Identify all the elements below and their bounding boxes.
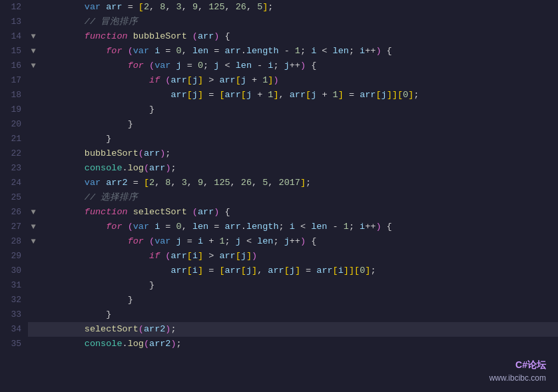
token-paren: ( [128, 222, 133, 232]
token-semi: ; [370, 266, 376, 276]
token-ident: i [192, 251, 198, 261]
token-ident: arr [225, 46, 241, 56]
token-arr-bracket: ] [392, 90, 398, 100]
token-arr-bracket: [ [144, 178, 149, 188]
code-editor: 12 var arr = [2, 8, 3, 9, 125, 26, 5];13… [0, 0, 558, 392]
line-content: } [39, 102, 558, 117]
token-plain: { [306, 61, 316, 71]
token-plain: = [344, 90, 360, 100]
token-plain: , [252, 178, 262, 188]
token-plain: = [160, 222, 176, 232]
token-ident: j [176, 61, 182, 71]
token-ident: arr [170, 90, 186, 100]
line-content: console.log(arr); [39, 161, 558, 176]
line-arrow: ▼ [28, 44, 39, 59]
token-paren: ( [149, 61, 154, 71]
token-num: 1 [219, 236, 224, 246]
token-paren: ) [170, 339, 176, 349]
token-ident: len [333, 46, 349, 56]
line-arrow [28, 249, 39, 264]
token-ident: j [246, 90, 252, 100]
token-plain: = [182, 236, 198, 246]
token-semi: ; [414, 90, 419, 100]
token-plain: } [128, 119, 133, 129]
line-number: 17 [0, 73, 28, 88]
token-ident: arr2 [106, 178, 127, 188]
line-number: 31 [0, 278, 28, 293]
token-ident: j [236, 236, 241, 246]
token-plain: < [295, 222, 311, 232]
token-paren: ) [376, 222, 381, 232]
token-num: 1 [344, 222, 349, 232]
token-arr-bracket: [ [284, 266, 290, 276]
line-content: if (arr[i] > arr[j]) [39, 249, 558, 264]
token-semi: ; [165, 148, 170, 158]
token-plain: > [203, 75, 219, 85]
code-line: 18 arr[j] = [arr[j + 1], arr[j + 1] = ar… [0, 88, 558, 102]
token-arr-bracket: [ [241, 90, 246, 100]
line-number: 20 [0, 117, 28, 132]
token-plain: , [154, 178, 165, 188]
line-number: 23 [0, 161, 28, 176]
token-plain: , [182, 46, 192, 56]
token-arr-bracket: [ [139, 2, 144, 12]
token-kw: if [149, 75, 165, 85]
token-ident: len [192, 46, 208, 56]
line-arrow [28, 293, 39, 307]
token-kw: for [106, 46, 127, 56]
token-ident: arr [106, 2, 122, 12]
token-paren: ( [144, 163, 149, 173]
line-content: } [39, 307, 558, 322]
token-arr-bracket: [ [187, 75, 192, 85]
token-plain: } [106, 134, 111, 144]
token-num: 9 [192, 2, 198, 12]
code-line: 33 } [0, 307, 558, 322]
token-arr-bracket: ] [198, 75, 203, 85]
token-kw2: var [154, 236, 176, 246]
token-ident: arr [219, 251, 235, 261]
token-paren: ( [128, 46, 133, 56]
token-plain: ; [300, 46, 311, 56]
token-plain: , [170, 178, 181, 188]
token-fn: log [128, 339, 144, 349]
token-num: 0 [198, 61, 203, 71]
line-content: for (var i = 0, len = arr.length - 1; i … [39, 44, 558, 59]
line-content: function bubbleSort (arr) { [39, 29, 558, 44]
token-arr-bracket: [ [187, 266, 192, 276]
token-plain: , [246, 2, 257, 12]
token-semi: ; [170, 324, 176, 334]
line-arrow [28, 337, 39, 351]
token-plain: = [208, 222, 224, 232]
token-ident: length [246, 46, 279, 56]
token-arr-bracket: ] [295, 266, 300, 276]
token-fn: bubbleSort [133, 31, 192, 41]
token-num: 0 [176, 46, 182, 56]
line-arrow [28, 117, 39, 132]
line-content: var arr2 = [2, 8, 3, 9, 125, 26, 5, 2017… [39, 176, 558, 190]
token-ident: i [360, 222, 365, 232]
watermark-url: www.ibcibc.com [489, 372, 546, 384]
watermark-brand: C#论坛 [489, 358, 546, 372]
token-arr-bracket: ] [300, 178, 306, 188]
token-paren: ( [144, 339, 149, 349]
token-ident: arr [170, 266, 186, 276]
code-line: 14▼ function bubbleSort (arr) { [0, 29, 558, 44]
token-kw2: var [85, 178, 106, 188]
token-num: 125 [214, 178, 230, 188]
token-plain: ++ [365, 46, 376, 56]
token-plain: = [160, 46, 176, 56]
token-arr-bracket: [ [354, 266, 360, 276]
token-comment: // 冒泡排序 [85, 17, 138, 27]
line-arrow [28, 161, 39, 176]
code-line: 31 } [0, 278, 558, 293]
line-number: 26 [0, 205, 28, 220]
token-arr-bracket: [ [236, 75, 241, 85]
token-plain: ; [279, 222, 290, 232]
token-plain: , [225, 2, 236, 12]
token-num: 26 [236, 2, 246, 12]
token-plain: , [182, 2, 192, 12]
token-num: 9 [198, 178, 203, 188]
line-number: 28 [0, 234, 28, 249]
token-arr-bracket: ] [344, 266, 349, 276]
code-line: 27▼ for (var i = 0, len = arr.length; i … [0, 220, 558, 234]
